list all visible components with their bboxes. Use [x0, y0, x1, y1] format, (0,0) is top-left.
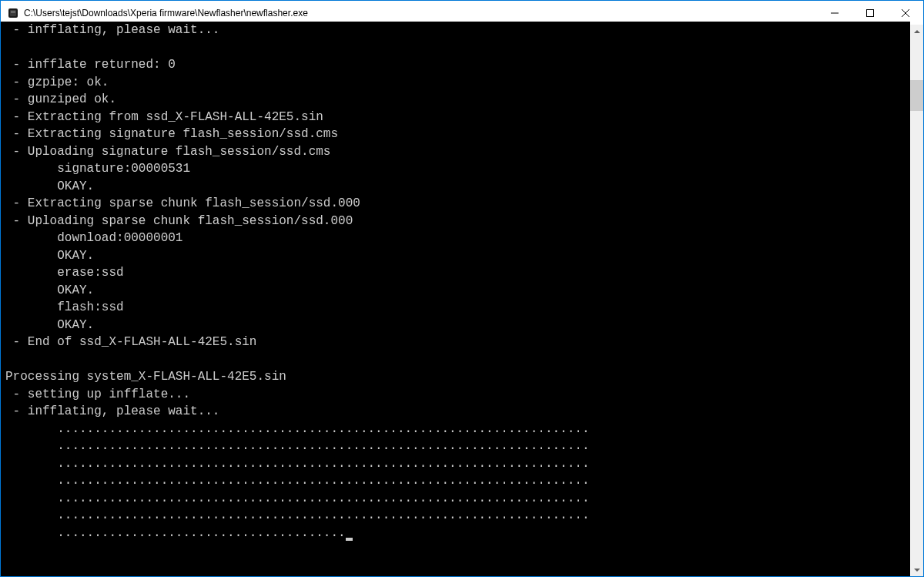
app-icon — [7, 7, 19, 19]
scroll-track[interactable] — [910, 38, 923, 563]
vertical-scrollbar[interactable] — [910, 25, 923, 576]
svg-rect-2 — [11, 11, 15, 13]
scroll-up-button[interactable] — [910, 25, 923, 38]
scroll-down-button[interactable] — [910, 563, 923, 576]
application-window: C:\Users\tejst\Downloads\Xperia firmware… — [0, 0, 924, 577]
svg-marker-8 — [914, 569, 920, 572]
scroll-thumb[interactable] — [910, 80, 923, 111]
minimize-icon — [831, 9, 839, 17]
chevron-down-icon — [914, 569, 920, 572]
maximize-icon — [866, 9, 874, 17]
text-cursor — [346, 538, 353, 541]
svg-marker-7 — [914, 30, 920, 33]
close-icon — [902, 9, 909, 17]
console-output[interactable]: - infflating, please wait... - infflate … — [1, 22, 910, 576]
chevron-up-icon — [914, 30, 920, 33]
window-title: C:\Users\tejst\Downloads\Xperia firmware… — [24, 8, 817, 18]
svg-rect-4 — [867, 9, 874, 16]
console-area: - infflating, please wait... - infflate … — [1, 25, 923, 576]
